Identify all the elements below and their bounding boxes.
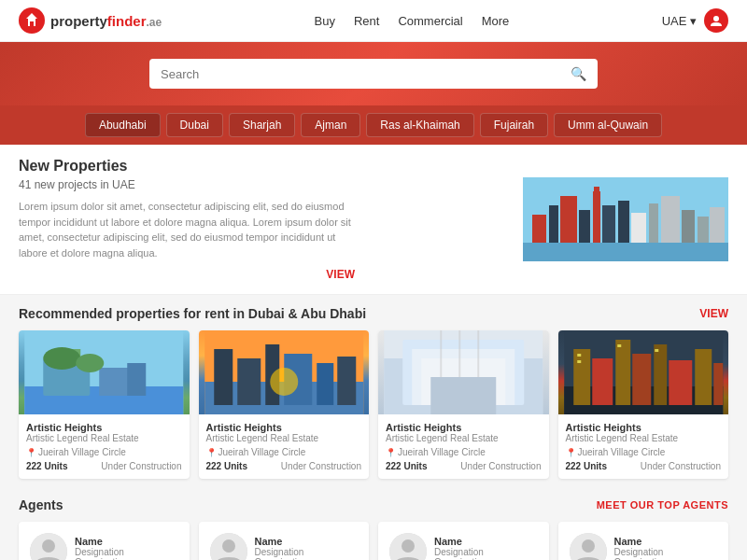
agent-avatar — [570, 533, 607, 560]
city-tab-rask[interactable]: Ras al-Khaimah — [366, 113, 473, 137]
property-card: Artistic Heights Artistic Legend Real Es… — [199, 330, 370, 479]
svg-rect-56 — [577, 360, 581, 363]
svg-rect-33 — [317, 363, 333, 405]
recommended-section: Recommended properties for rent in Dubai… — [0, 295, 747, 490]
svg-rect-44 — [430, 377, 496, 414]
agent-grid: Name Designation Organisation 12 32 02 — [19, 522, 728, 560]
agent-details: Name Designation Organisation — [614, 536, 718, 560]
svg-point-60 — [42, 539, 55, 553]
recommended-view-button[interactable]: VIEW — [699, 307, 728, 320]
svg-rect-15 — [661, 196, 680, 243]
agent-avatar-svg — [210, 533, 247, 560]
city-tab-sharjah[interactable]: Sharjah — [229, 113, 295, 137]
property-image-3 — [378, 330, 549, 414]
meet-agents-button[interactable]: MEET OUR TOP AGENTS — [597, 499, 728, 511]
city-tab-dubai[interactable]: Dubai — [166, 113, 223, 137]
property-units: 222 Units — [566, 461, 607, 471]
property-name: Artistic Heights — [26, 422, 182, 433]
svg-point-2 — [713, 16, 719, 21]
country-selector[interactable]: UAE ▾ — [662, 14, 697, 28]
svg-rect-52 — [669, 360, 692, 405]
nav-rent[interactable]: Rent — [354, 14, 379, 28]
property-agency: Artistic Legend Real Estate — [386, 433, 542, 443]
agent-card: Name Designation Organisation 12 32 02 — [199, 522, 370, 560]
agent-avatar — [30, 533, 67, 560]
location-pin-icon: 📍 — [386, 448, 396, 457]
agent-avatar-svg — [30, 533, 67, 560]
svg-rect-57 — [617, 344, 621, 347]
agents-section: Agents MEET OUR TOP AGENTS Name Designat… — [0, 490, 747, 560]
svg-rect-29 — [214, 349, 233, 405]
city-tab-ajman[interactable]: Ajman — [301, 113, 360, 137]
property-name: Artistic Heights — [386, 422, 542, 433]
svg-rect-18 — [710, 207, 725, 243]
new-properties-banner: New Properties 41 new projects in UAE Lo… — [0, 145, 747, 295]
property-units: 222 Units — [386, 461, 427, 471]
agent-avatar-svg — [570, 533, 607, 560]
banner-subtitle: 41 new projects in UAE — [19, 178, 355, 191]
svg-rect-34 — [337, 357, 356, 405]
agent-details: Name Designation Organisation — [255, 536, 359, 560]
property-card: Artistic Heights Artistic Legend Real Es… — [378, 330, 549, 479]
banner-text: New Properties 41 new projects in UAE Lo… — [19, 158, 355, 281]
property-location: 📍 Jueirah Village Circle — [386, 447, 542, 457]
svg-rect-9 — [593, 191, 600, 243]
agents-title: Agents — [19, 497, 63, 512]
property-agency: Artistic Legend Real Estate — [206, 433, 362, 443]
svg-rect-11 — [602, 205, 615, 243]
property-info: Artistic Heights Artistic Legend Real Es… — [558, 414, 729, 479]
agent-card: Name Designation Organisation 12 32 02 — [378, 522, 549, 560]
agent-name: Name — [75, 536, 178, 547]
agent-avatar-row: Name Designation Organisation — [210, 533, 359, 560]
property-footer: 222 Units Under Construction — [26, 461, 182, 471]
property-image-svg-3 — [378, 330, 549, 414]
property-location: 📍 Jueirah Village Circle — [26, 447, 182, 457]
property-name: Artistic Heights — [566, 422, 722, 433]
agent-details: Name Designation Organisation — [75, 536, 178, 560]
svg-rect-47 — [573, 349, 590, 405]
logo-highlight: finder — [107, 13, 147, 29]
agent-designation: Designation — [434, 547, 538, 557]
svg-point-64 — [402, 539, 415, 553]
city-tab-fujairah[interactable]: Fujairah — [480, 113, 548, 137]
search-icon[interactable]: 🔍 — [571, 66, 586, 81]
svg-point-66 — [582, 539, 595, 553]
nav-commercial[interactable]: Commercial — [398, 14, 462, 28]
city-tabs: Abudhabi Dubai Sharjah Ajman Ras al-Khai… — [0, 105, 747, 145]
location-pin-icon: 📍 — [206, 448, 217, 457]
header-right: UAE ▾ — [662, 8, 728, 33]
svg-rect-54 — [713, 363, 723, 405]
banner-view-button[interactable]: VIEW — [19, 268, 355, 281]
svg-rect-53 — [695, 349, 712, 405]
svg-rect-49 — [615, 340, 630, 405]
user-avatar[interactable] — [704, 8, 728, 33]
logo[interactable]: propertyfinder.ae — [19, 7, 162, 34]
nav-buy[interactable]: Buy — [315, 14, 335, 28]
svg-rect-4 — [523, 243, 728, 261]
svg-rect-10 — [594, 187, 599, 196]
svg-rect-1 — [30, 21, 34, 26]
nav-more[interactable]: More — [482, 14, 510, 28]
property-card: Artistic Heights Artistic Legend Real Es… — [19, 330, 190, 479]
user-icon — [710, 14, 723, 27]
skyline-svg — [523, 177, 728, 261]
agent-designation: Designation — [75, 547, 178, 557]
city-tab-abudhabi[interactable]: Abudhabi — [85, 113, 161, 137]
hero-section: 🔍 — [0, 42, 747, 105]
svg-rect-13 — [631, 213, 646, 243]
property-info: Artistic Heights Artistic Legend Real Es… — [19, 414, 190, 479]
main-nav: Buy Rent Commercial More — [315, 14, 510, 28]
agent-avatar — [210, 533, 247, 560]
property-status: Under Construction — [460, 461, 541, 471]
search-input[interactable] — [161, 67, 571, 81]
property-location: 📍 Jueirah Village Circle — [206, 447, 362, 457]
svg-rect-14 — [649, 203, 658, 243]
svg-rect-17 — [698, 217, 709, 243]
property-footer: 222 Units Under Construction — [386, 461, 542, 471]
agent-avatar — [389, 533, 427, 560]
svg-rect-6 — [549, 205, 558, 243]
city-tab-umm[interactable]: Umm al-Quwain — [554, 113, 662, 137]
property-image-4 — [558, 330, 729, 414]
svg-rect-12 — [618, 201, 629, 243]
agent-card: Name Designation Organisation 12 32 02 — [558, 522, 729, 560]
